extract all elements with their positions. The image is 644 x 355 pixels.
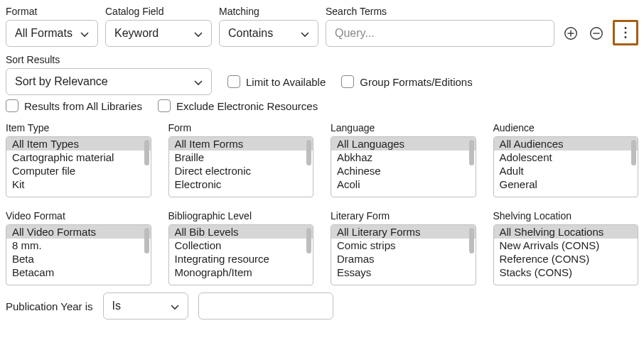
catalog-field-label: Catalog Field [105, 6, 212, 17]
scrollbar-thumb[interactable] [469, 140, 474, 165]
item-type-label: Item Type [6, 122, 151, 133]
video-format-listbox[interactable]: All Video Formats8 mm.BetaBetacam [6, 224, 151, 285]
group-formats-checkbox[interactable]: Group Formats/Editions [341, 75, 472, 88]
scrollbar-thumb[interactable] [144, 228, 149, 253]
search-terms-input[interactable] [335, 21, 545, 46]
chevron-down-icon [194, 77, 203, 86]
matching-value: Contains [228, 27, 273, 40]
item-type-listbox[interactable]: All Item TypesCartographic materialCompu… [6, 136, 151, 197]
scrollbar-thumb[interactable] [144, 140, 149, 165]
format-select[interactable]: All Formats [6, 20, 98, 47]
list-item[interactable]: All Shelving Locations [494, 225, 638, 239]
svg-point-5 [625, 27, 627, 29]
list-item[interactable]: All Item Types [6, 137, 151, 151]
chevron-down-icon [80, 29, 89, 38]
add-row-button[interactable] [562, 24, 580, 43]
list-item[interactable]: Stacks (CONS) [494, 266, 638, 279]
list-item[interactable]: Kit [6, 178, 151, 191]
literary-form-label: Literary Form [331, 210, 476, 222]
list-item[interactable]: Abkhaz [331, 151, 476, 164]
audience-listbox[interactable]: All AudiencesAdolescentAdultGeneral [493, 136, 639, 197]
list-item[interactable]: Collection [169, 239, 313, 252]
checkbox-icon [6, 99, 18, 112]
checkbox-icon [158, 99, 171, 112]
list-item[interactable]: Achinese [331, 164, 476, 178]
scrollbar-thumb[interactable] [306, 228, 311, 253]
list-item[interactable]: General [494, 178, 638, 191]
more-options-button[interactable] [616, 23, 635, 42]
list-item[interactable]: All Literary Forms [331, 225, 476, 239]
sort-value: Sort by Relevance [15, 75, 108, 88]
list-item[interactable]: 8 mm. [6, 239, 151, 252]
chevron-down-icon [301, 29, 309, 38]
chevron-down-icon [171, 302, 179, 310]
list-item[interactable]: Beta [6, 252, 151, 266]
pubyear-input-wrapper[interactable] [198, 293, 333, 320]
list-item[interactable]: Comic strips [331, 239, 476, 252]
matching-select[interactable]: Contains [219, 20, 318, 47]
list-item[interactable]: Betacam [6, 266, 151, 279]
literary-form-listbox[interactable]: All Literary FormsComic stripsDramasEssa… [331, 224, 476, 285]
language-listbox[interactable]: All LanguagesAbkhazAchineseAcoli [331, 136, 476, 197]
shelving-location-listbox[interactable]: All Shelving LocationsNew Arrivals (CONS… [493, 224, 639, 285]
catalog-field-value: Keyword [114, 27, 159, 40]
limit-available-checkbox[interactable]: Limit to Available [227, 75, 326, 88]
chevron-down-icon [194, 29, 203, 38]
pubyear-operator-select[interactable]: Is [103, 293, 188, 320]
svg-point-6 [625, 32, 627, 34]
list-item[interactable]: Cartographic material [6, 151, 151, 164]
language-label: Language [331, 122, 476, 133]
exclude-electronic-checkbox[interactable]: Exclude Electronic Resources [158, 99, 318, 112]
list-item[interactable]: Reference (CONS) [494, 252, 638, 266]
form-label: Form [168, 122, 314, 133]
search-terms-input-wrapper[interactable] [326, 20, 554, 47]
exclude-electronic-label: Exclude Electronic Resources [176, 100, 318, 112]
scrollbar-thumb[interactable] [306, 140, 311, 165]
search-terms-label: Search Terms [326, 6, 554, 17]
sort-label: Sort Results [6, 54, 60, 65]
list-item[interactable]: Adolescent [494, 151, 638, 164]
sort-select[interactable]: Sort by Relevance [6, 68, 212, 95]
list-item[interactable]: Essays [331, 266, 476, 279]
pubyear-operator-value: Is [112, 300, 121, 312]
checkbox-icon [341, 75, 354, 88]
format-label: Format [6, 6, 98, 17]
catalog-field-select[interactable]: Keyword [105, 20, 212, 47]
format-value: All Formats [15, 27, 73, 40]
svg-point-7 [625, 36, 627, 38]
list-item[interactable]: Acoli [331, 178, 476, 191]
matching-label: Matching [219, 6, 318, 17]
list-item[interactable]: Adult [494, 164, 638, 178]
pubyear-label: Publication Year is [6, 300, 93, 312]
video-format-label: Video Format [6, 210, 151, 222]
list-item[interactable]: All Audiences [494, 137, 638, 151]
shelving-location-label: Shelving Location [493, 210, 639, 222]
list-item[interactable]: Monograph/Item [169, 266, 313, 279]
list-item[interactable]: New Arrivals (CONS) [494, 239, 638, 252]
group-formats-label: Group Formats/Editions [360, 76, 472, 88]
list-item[interactable]: Dramas [331, 252, 476, 266]
list-item[interactable]: All Languages [331, 137, 476, 151]
form-listbox[interactable]: All Item FormsBrailleDirect electronicEl… [168, 136, 314, 197]
list-item[interactable]: All Item Forms [169, 137, 313, 151]
list-item[interactable]: Computer file [6, 164, 151, 178]
list-item[interactable]: Integrating resource [169, 252, 313, 266]
all-libraries-label: Results from All Libraries [24, 100, 142, 112]
list-item[interactable]: Direct electronic [169, 164, 313, 178]
audience-label: Audience [493, 122, 639, 133]
remove-row-button[interactable] [587, 24, 606, 43]
bib-level-label: Bibliographic Level [168, 210, 314, 222]
bib-level-listbox[interactable]: All Bib LevelsCollectionIntegrating reso… [168, 224, 314, 285]
list-item[interactable]: Braille [169, 151, 313, 164]
pubyear-input[interactable] [208, 293, 324, 319]
checkbox-icon [227, 75, 240, 88]
list-item[interactable]: All Video Formats [6, 225, 151, 239]
scrollbar-thumb[interactable] [469, 228, 474, 253]
limit-available-label: Limit to Available [246, 76, 326, 88]
list-item[interactable]: All Bib Levels [169, 225, 313, 239]
scrollbar-thumb[interactable] [631, 140, 636, 165]
list-item[interactable]: Electronic [169, 178, 313, 191]
all-libraries-checkbox[interactable]: Results from All Libraries [6, 99, 142, 112]
